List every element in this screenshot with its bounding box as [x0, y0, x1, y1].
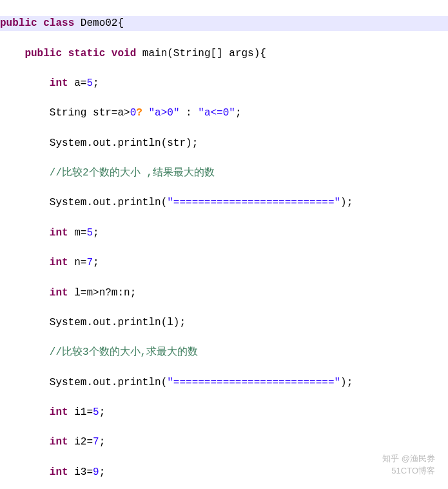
code-line: int i2=7; — [0, 435, 448, 450]
code-line: int l=m>n?m:n; — [0, 286, 448, 301]
code-line: int m=5; — [0, 226, 448, 241]
code-line: //比较2个数的大小 ,结果最大的数 — [0, 166, 448, 181]
code-line: int i3=9; — [0, 465, 448, 480]
code-line: int i1=5; — [0, 405, 448, 420]
code-line: String str=a>0? "a>0" : "a<=0"; — [0, 106, 448, 121]
code-line: System.out.println(str); — [0, 136, 448, 151]
code-line: int n=7; — [0, 255, 448, 270]
watermark: 知乎 @渔民券 51CTO博客 — [382, 453, 435, 477]
code-line: //比较3个数的大小,求最大的数 — [0, 345, 448, 360]
code-line: System.out.println("====================… — [0, 375, 448, 390]
code-line: int a=5; — [0, 76, 448, 91]
code-block: public class Demo02{ public static void … — [0, 0, 448, 489]
code-line: System.out.println(l); — [0, 315, 448, 330]
code-line: public static void main(String[] args){ — [0, 46, 448, 61]
code-line: public class Demo02{ — [0, 16, 448, 31]
code-line: System.out.println("====================… — [0, 195, 448, 210]
